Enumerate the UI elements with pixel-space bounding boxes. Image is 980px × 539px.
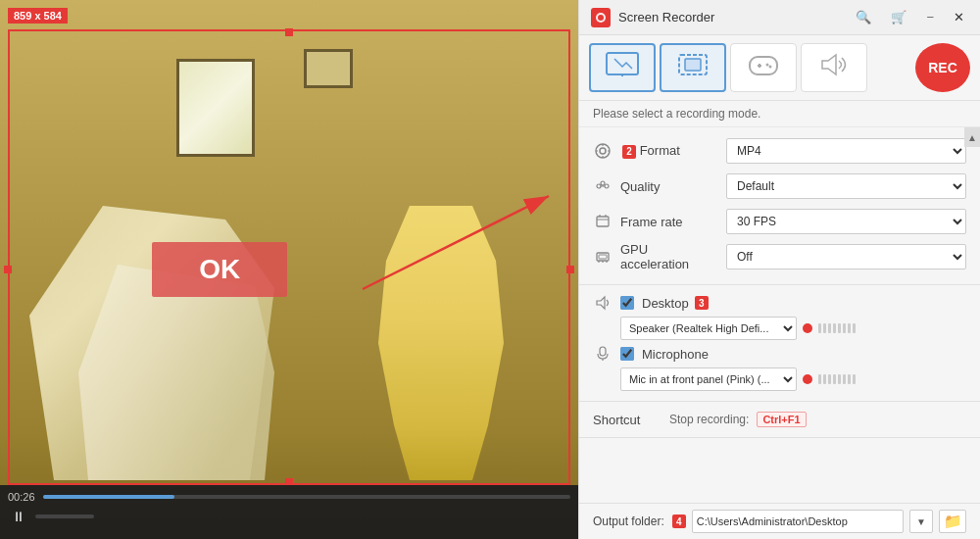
microphone-volume-dot: [803, 374, 812, 384]
format-select[interactable]: MP4: [726, 138, 966, 164]
format-icon: [593, 141, 612, 161]
desktop-label: Desktop 3: [642, 296, 709, 311]
panel-titlebar: Screen Recorder 🔍 🛒 − ✕: [579, 0, 980, 35]
mode-region-button[interactable]: [660, 43, 726, 92]
paper-stack2: [78, 265, 274, 480]
mode-screen-button[interactable]: [589, 43, 656, 92]
titlebar-controls: 🔍 🛒 − ✕: [852, 8, 968, 26]
framerate-select[interactable]: 30 FPS: [726, 209, 966, 234]
size-badge: 859 x 584: [8, 8, 68, 24]
progress-track[interactable]: [43, 495, 570, 499]
minimize-button[interactable]: −: [922, 8, 938, 26]
svg-point-21: [597, 184, 601, 188]
svg-rect-31: [599, 255, 607, 259]
stop-recording-label: Stop recording:: [669, 413, 749, 426]
audio-mode-icon: [816, 51, 852, 84]
svg-point-23: [605, 184, 609, 188]
mode-game-button[interactable]: [730, 43, 797, 92]
divider-2: [579, 401, 980, 402]
region-mode-icon: [675, 51, 710, 84]
desktop-checkbox[interactable]: [620, 296, 634, 310]
microphone-label: Microphone: [642, 347, 709, 362]
svg-point-3: [598, 15, 604, 21]
rec-button[interactable]: REC: [915, 43, 970, 92]
search-button[interactable]: 🔍: [852, 8, 875, 26]
svg-rect-8: [685, 59, 701, 71]
framerate-icon: [593, 212, 612, 231]
microphone-device-select[interactable]: Mic in at front panel (Pink) (...: [620, 368, 797, 391]
svg-point-13: [769, 66, 772, 69]
settings-area: 2 Format MP4 Quality Default: [579, 127, 980, 280]
svg-marker-35: [597, 297, 605, 309]
output-folder-button[interactable]: 📁: [939, 510, 966, 533]
svg-point-22: [601, 181, 605, 185]
svg-rect-9: [750, 57, 777, 74]
desktop-device-select[interactable]: Speaker (Realtek High Defi...: [620, 317, 797, 340]
quality-row: Quality Default: [593, 172, 966, 200]
svg-rect-26: [597, 217, 609, 226]
time-display: 00:26: [8, 491, 35, 503]
volume-slider[interactable]: [35, 514, 94, 518]
divider-1: [579, 284, 980, 285]
app-icon: [591, 8, 611, 27]
output-section: Output folder: 4 ▼ 📁: [579, 503, 980, 539]
audio-section: Desktop 3 Speaker (Realtek High Defi...: [579, 289, 980, 397]
close-button[interactable]: ✕: [950, 8, 968, 26]
game-mode-icon: [746, 51, 781, 84]
play-pause-button[interactable]: ⏸: [8, 507, 29, 526]
gpu-row: GPU acceleration Off: [593, 243, 966, 270]
output-dropdown-button[interactable]: ▼: [909, 510, 933, 533]
right-panel: Screen Recorder 🔍 🛒 − ✕: [578, 0, 980, 539]
hint-text: Please select a recording mode.: [579, 101, 980, 127]
svg-point-15: [596, 144, 610, 158]
video-area: 859 x 584 OK 00:26 ⏸: [0, 0, 578, 539]
framerate-label: Frame rate: [620, 215, 718, 229]
panel-title: Screen Recorder: [618, 10, 714, 24]
gpu-icon: [593, 247, 612, 267]
svg-marker-14: [822, 55, 836, 74]
output-badge: 4: [672, 514, 686, 528]
desktop-device-row: Speaker (Realtek High Defi...: [593, 317, 966, 340]
ok-button[interactable]: OK: [152, 242, 287, 297]
quality-label: Quality: [620, 179, 718, 194]
svg-point-16: [600, 148, 606, 154]
desktop-audio-row: Desktop 3: [593, 295, 966, 311]
gpu-select[interactable]: Off: [726, 244, 966, 270]
mode-row: REC: [579, 35, 980, 101]
room-picture: [304, 49, 353, 88]
video-frame: [0, 0, 578, 539]
audio-badge: 3: [695, 296, 709, 310]
format-row: 2 Format MP4: [593, 137, 966, 165]
mode-audio-button[interactable]: [801, 43, 867, 92]
shop-button[interactable]: 🛒: [887, 8, 910, 26]
handle-top[interactable]: [285, 28, 293, 36]
format-label: 2 Format: [620, 143, 718, 159]
settings-badge: 2: [622, 145, 636, 159]
handle-right[interactable]: [566, 266, 574, 273]
progress-fill: [43, 495, 175, 499]
screen-mode-icon: [605, 51, 640, 84]
scroll-indicator[interactable]: ▲: [964, 127, 980, 147]
divider-3: [579, 437, 980, 438]
shortcut-label: Shortcut: [593, 413, 662, 427]
microphone-volume-bar: [818, 374, 856, 384]
quality-select[interactable]: Default: [726, 173, 966, 199]
microphone-checkbox[interactable]: [620, 347, 634, 361]
video-controls: 00:26 ⏸: [0, 485, 578, 539]
framerate-row: Frame rate 30 FPS: [593, 208, 966, 235]
microphone-device-row: Mic in at front panel (Pink) (...: [593, 368, 966, 391]
desktop-audio-icon: [593, 295, 612, 311]
shortcut-section: Shortcut Stop recording: Ctrl+F1: [579, 406, 980, 433]
gpu-label: GPU acceleration: [620, 242, 718, 271]
microphone-icon: [593, 346, 612, 362]
output-path-input[interactable]: [692, 510, 904, 533]
quality-icon: [593, 176, 612, 196]
output-label: Output folder:: [593, 514, 664, 528]
stop-shortcut-key: Ctrl+F1: [757, 412, 806, 427]
desktop-volume-dot: [803, 323, 812, 333]
desktop-volume-bar: [818, 323, 856, 333]
svg-rect-36: [600, 347, 606, 356]
room-window: [176, 59, 255, 157]
svg-point-12: [766, 64, 769, 67]
handle-left[interactable]: [4, 266, 12, 273]
